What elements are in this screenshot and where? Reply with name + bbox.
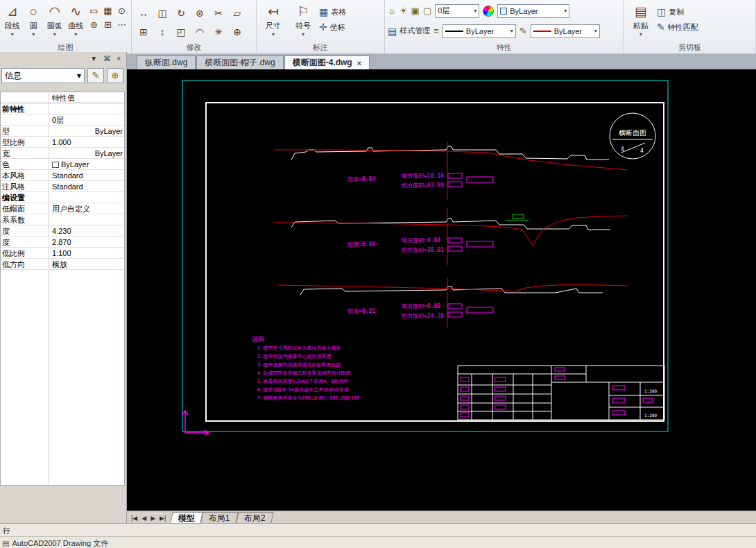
title-block[interactable]: 1:200 1:200	[458, 366, 664, 420]
trim-icon[interactable]: ✂	[209, 4, 227, 22]
lineweight-combo[interactable]: ByLayer ▾	[531, 24, 600, 38]
copy-clip-button[interactable]: ◫ 复制	[657, 6, 698, 17]
table-button[interactable]: ▦ 表格	[319, 6, 346, 17]
table-row[interactable]: 低比例 1:100	[1, 248, 124, 259]
tab-layout1[interactable]: 布局1	[201, 512, 239, 523]
terrain-section-3	[300, 286, 603, 295]
dimension-label: 尺寸	[266, 21, 281, 31]
section-settings[interactable]: 编设置	[1, 192, 124, 203]
move-icon[interactable]: ↔	[135, 4, 153, 22]
panel-label-annotate[interactable]: 标注	[257, 42, 384, 53]
outer-frame[interactable]	[182, 80, 668, 431]
style-manager-label: 样式管理	[400, 26, 430, 36]
polyline-button[interactable]: ⊿ 段线 ▾	[3, 2, 22, 42]
chevron-down-icon: ▾	[272, 31, 275, 37]
table-row[interactable]: 注风格 Standard	[1, 181, 124, 192]
doc-tab-1[interactable]: 纵断面.dwg	[137, 55, 196, 69]
design-lines[interactable]	[274, 142, 628, 327]
doc-tab-2[interactable]: 横断面图-帽子.dwg	[196, 55, 283, 69]
file-icon: ▤	[2, 539, 9, 548]
pin-icon[interactable]: ⌘	[103, 55, 110, 62]
linetype-combo[interactable]: ByLayer ▾	[443, 24, 516, 38]
offset-icon[interactable]: ⊛	[191, 4, 209, 22]
next-tab-icon[interactable]: ▶	[151, 515, 155, 522]
copy-clip-icon: ◫	[657, 6, 666, 17]
fillet-icon[interactable]: ◠	[191, 23, 209, 41]
region-icon[interactable]: ⊞	[101, 18, 114, 31]
explode-icon[interactable]: ✳	[209, 23, 227, 41]
panel-label-draw[interactable]: 绘图	[0, 42, 131, 53]
rotate-icon[interactable]: ↻	[172, 4, 190, 22]
layer-combo[interactable]: 0层 ▾	[435, 4, 479, 18]
erase-icon[interactable]: ▱	[228, 4, 246, 22]
circle-button[interactable]: ○ 圆 ▾	[24, 2, 44, 42]
hatch-icon[interactable]: ▦	[101, 4, 114, 17]
drawing-canvas[interactable]: 横断面图 4 4	[127, 69, 756, 511]
color-combo[interactable]: ByLayer ▾	[497, 4, 569, 18]
spline-button[interactable]: ∿ 曲线 ▾	[67, 2, 86, 42]
panel-label-clipboard[interactable]: 剪切板	[624, 42, 755, 53]
table-row[interactable]: 低方向 横放	[1, 259, 124, 270]
prev-tab-icon[interactable]: ◀	[141, 515, 146, 522]
ribbon-panel-clipboard: ▤ 粘贴 ▾ ◫ 复制 ✎ 特性匹配 剪切板	[624, 0, 756, 53]
brush-icon[interactable]: ✎	[519, 26, 527, 36]
array-icon[interactable]: ⊞	[135, 23, 153, 41]
fill-area-3: 填方面积=0.00	[401, 303, 440, 309]
dimension-button[interactable]: ↤ 尺寸 ▾	[259, 2, 287, 42]
table-row[interactable]: 度 4.230	[1, 225, 124, 237]
symbol-icon: ⚐	[297, 3, 309, 21]
table-row[interactable]: 型比例 1.000	[1, 137, 124, 148]
tab-model[interactable]: 模型	[171, 512, 203, 523]
table-row[interactable]: 低帽面 用户自定义	[1, 203, 124, 214]
join-icon[interactable]: ⊕	[228, 23, 246, 41]
scale-icon[interactable]: ◰	[172, 23, 190, 41]
table-row[interactable]: 系系数	[1, 214, 124, 225]
table-row[interactable]: 本风格 Standard	[1, 170, 124, 181]
bulb-icon[interactable]: ☼	[388, 6, 396, 16]
annotate-panel-body: ↤ 尺寸 ▾ ⚐ 符号 ▾ ▦ 表格 ✛ 坐标	[259, 2, 381, 44]
panel-label-modify[interactable]: 修改	[132, 42, 256, 53]
ellipse-icon[interactable]: ⊙	[115, 4, 128, 17]
select-objects-button[interactable]: ⊕	[107, 68, 123, 83]
dock-icon[interactable]: ▼	[90, 55, 97, 62]
rectangle-icon[interactable]: ▭	[87, 4, 101, 17]
sun-icon[interactable]: ☀	[400, 6, 408, 16]
layer-box-icon[interactable]: ▢	[423, 6, 431, 16]
points-icon[interactable]: ⋯	[115, 18, 128, 31]
drawing-stamp[interactable]: 横断面图 4 4	[610, 113, 655, 159]
color-wheel-icon[interactable]	[483, 6, 494, 17]
properties-palette: ▼ ⌘ × 信息 ▾ ✎ ⊕ 特性值 前特性 0层	[0, 52, 127, 523]
annotation-texts[interactable]: 挖深=0.84 填方面积=10.18 挖方面积=93.89 挖深=0.88 填方…	[251, 173, 444, 401]
tab-layout2[interactable]: 布局2	[236, 512, 273, 523]
paste-button[interactable]: ▤ 粘贴 ▾	[627, 2, 655, 42]
selection-combo[interactable]: 信息 ▾	[1, 68, 85, 83]
symbol-button[interactable]: ⚐ 符号 ▾	[289, 2, 317, 42]
arc-button[interactable]: ◠ 圆弧 ▾	[45, 2, 65, 42]
doc-tab-3-active[interactable]: 横断面图-4.dwg ×	[284, 55, 370, 69]
donut-icon[interactable]: ⊚	[87, 18, 101, 31]
table-row[interactable]: 0层	[1, 114, 124, 126]
panel-label-properties[interactable]: 特性	[385, 42, 624, 53]
match-properties-button[interactable]: ✎ 特性匹配	[657, 22, 698, 33]
command-line[interactable]: 行	[0, 524, 756, 537]
list-lines-icon[interactable]: ≡	[433, 26, 439, 36]
section-general[interactable]: 前特性	[1, 103, 124, 114]
coordinate-button[interactable]: ✛ 坐标	[319, 22, 346, 33]
quick-select-button[interactable]: ✎	[87, 68, 104, 83]
table-row-color[interactable]: 色 ByLayer	[1, 159, 124, 170]
clipboard-small-column: ◫ 复制 ✎ 特性匹配	[657, 6, 698, 33]
close-icon[interactable]: ×	[357, 59, 361, 67]
table-row[interactable]: 度 2.870	[1, 237, 124, 248]
lock-icon[interactable]: ▣	[411, 6, 420, 16]
cut-depth-3: 挖深=0.31	[347, 308, 375, 314]
copy-icon[interactable]: ◫	[153, 4, 171, 22]
style-manager-button[interactable]: ▤ 样式管理	[388, 26, 430, 37]
last-tab-icon[interactable]: ▶|	[160, 515, 166, 522]
first-tab-icon[interactable]: |◀	[131, 515, 137, 522]
close-icon[interactable]: ×	[117, 55, 121, 62]
design-line-2	[274, 216, 628, 246]
table-row[interactable]: 型 ByLayer	[1, 126, 124, 137]
table-row[interactable]: 宽 ByLayer	[1, 148, 124, 159]
stretch-icon[interactable]: ↕	[153, 23, 171, 41]
aux-marks[interactable]	[505, 214, 529, 221]
